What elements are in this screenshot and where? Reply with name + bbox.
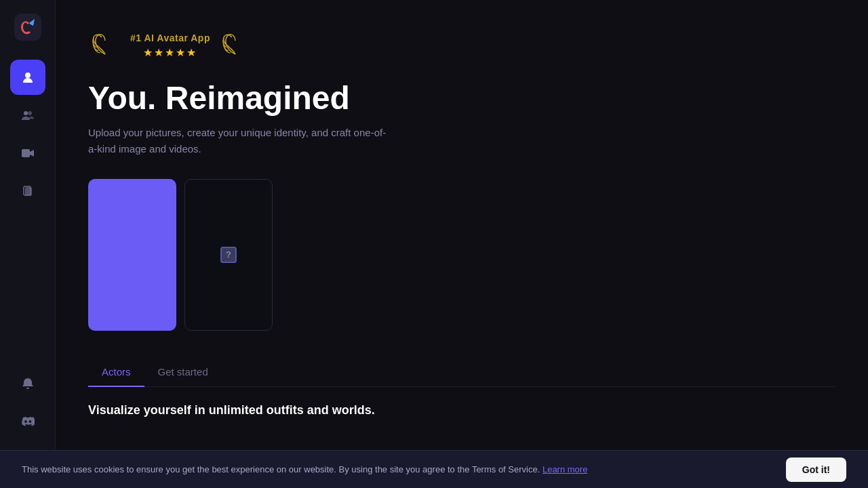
cookie-learn-more-link[interactable]: Learn more [542,464,587,474]
preview-card-avatar [88,179,176,331]
sidebar-item-discord[interactable] [10,404,45,439]
svg-rect-0 [14,14,41,41]
sidebar-item-notifications[interactable] [10,366,45,401]
sidebar-nav [10,60,45,366]
question-mark-icon: ? [220,247,237,263]
award-content: #1 AI Avatar App ★★★★★ [130,33,210,59]
app-logo[interactable] [12,11,44,43]
tab-get-started[interactable]: Get started [144,358,222,387]
tabs-container: Actors Get started [88,358,835,387]
svg-rect-4 [22,149,30,157]
svg-point-3 [28,111,32,115]
sidebar-item-avatars[interactable] [10,98,45,133]
tab-actors[interactable]: Actors [88,358,144,387]
svg-point-2 [24,111,28,115]
preview-card-placeholder[interactable]: ? [184,179,273,331]
hero-subtitle: Upload your pictures, create your unique… [88,125,387,157]
svg-point-1 [25,73,31,78]
main-content: #1 AI Avatar App ★★★★★ You. Reimagined U… [56,0,868,488]
sidebar-item-copy[interactable] [10,174,45,209]
laurel-right-icon [218,27,252,64]
sidebar-item-profile[interactable] [10,60,45,95]
section-title: Visualize yourself in unlimited outfits … [88,403,835,418]
sidebar-item-video[interactable] [10,136,45,171]
laurel-left-icon [88,27,122,64]
award-stars: ★★★★★ [143,46,197,59]
hero-title: You. Reimagined [88,81,835,117]
cookie-accept-button[interactable]: Got it! [786,458,846,482]
cookie-text: This website uses cookies to ensure you … [22,464,587,474]
preview-cards: ? [88,179,835,331]
award-title: #1 AI Avatar App [130,33,210,43]
sidebar: $ [0,0,56,488]
award-banner: #1 AI Avatar App ★★★★★ [88,27,835,64]
cookie-banner: This website uses cookies to ensure you … [0,450,868,488]
